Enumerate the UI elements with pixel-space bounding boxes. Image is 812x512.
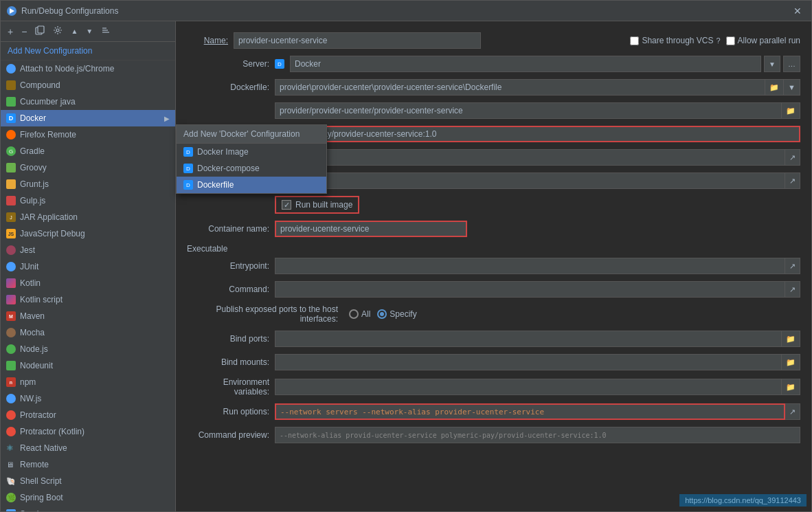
bind-mounts-browse-btn[interactable]: 📁 <box>782 354 800 370</box>
dockerfile-input[interactable] <box>275 79 765 96</box>
allow-parallel-checkbox[interactable] <box>726 36 735 45</box>
sidebar-item-nodejs[interactable]: Node.js <box>1 341 175 357</box>
sidebar-item-jar[interactable]: J JAR Application <box>1 209 175 225</box>
env-vars-browse-btn[interactable]: 📁 <box>782 379 800 395</box>
sidebar-item-shell-script[interactable]: 🐚 Shell Script <box>1 473 175 489</box>
sidebar-item-protractor[interactable]: Protractor <box>1 407 175 423</box>
entrypoint-input[interactable] <box>275 258 785 274</box>
mocha-label: Mocha <box>20 328 170 337</box>
firefox-icon <box>6 130 16 140</box>
sidebar-item-junit[interactable]: JUnit <box>1 258 175 275</box>
build-options-expand-btn[interactable]: ↗ <box>785 172 800 189</box>
sidebar-item-gulpjs[interactable]: Gulp.js <box>1 192 175 209</box>
env-vars-input[interactable] <box>275 379 782 395</box>
dockerfile-input-wrapper: 📁 ▼ <box>275 79 800 96</box>
sidebar-item-maven[interactable]: M Maven <box>1 308 175 324</box>
sidebar-item-react-native[interactable]: ⚛ React Native <box>1 440 175 456</box>
server-dropdown-btn[interactable]: ▼ <box>764 56 780 72</box>
sidebar-item-nwjs[interactable]: NW.js <box>1 390 175 407</box>
junit-icon <box>6 262 16 271</box>
sidebar-item-cucumber[interactable]: Cucumber java <box>1 93 175 110</box>
build-args-expand-btn[interactable]: ↗ <box>785 149 800 166</box>
command-input[interactable] <box>275 281 785 298</box>
name-row: Name: Share through VCS ? Allow parallel… <box>187 32 800 49</box>
docker-image-label: Docker Image <box>197 147 249 157</box>
close-button[interactable]: ✕ <box>789 4 806 18</box>
sidebar-item-firefox[interactable]: Firefox Remote <box>1 126 175 143</box>
build-options-input[interactable] <box>275 172 785 189</box>
docker-icon: D <box>6 113 16 123</box>
sidebar-item-mocha[interactable]: Mocha <box>1 324 175 341</box>
dropdown-item-dockerfile[interactable]: D Dockerfile <box>177 177 326 193</box>
share-vcs-help-icon[interactable]: ? <box>716 36 720 45</box>
image-tag-input[interactable] <box>275 126 800 142</box>
dockerfile-expand-btn[interactable]: ▼ <box>784 79 800 96</box>
sidebar-item-jsdebug[interactable]: JS JavaScript Debug <box>1 225 175 242</box>
up-btn[interactable]: ▲ <box>68 26 80 36</box>
run-built-image-checkbox[interactable]: ✓ <box>282 200 291 210</box>
bind-ports-input-wrapper: 📁 <box>275 331 800 347</box>
sidebar-item-protractor-kotlin[interactable]: Protractor (Kotlin) <box>1 423 175 440</box>
radio-specify-item[interactable]: Specify <box>377 309 416 319</box>
server-settings-btn[interactable]: … <box>783 56 800 72</box>
context-folder-input[interactable] <box>275 102 782 119</box>
sidebar-item-nodeunit[interactable]: Nodeunit <box>1 357 175 374</box>
sidebar-item-groovy[interactable]: Groovy <box>1 159 175 176</box>
name-label[interactable]: Name: <box>187 36 228 45</box>
sort-btn[interactable] <box>98 24 113 38</box>
sidebar-item-attach-node[interactable]: Attach to Node.js/Chrome <box>1 60 175 77</box>
context-folder-browse-btn[interactable]: 📁 <box>782 102 800 119</box>
sidebar-item-spring-boot[interactable]: 🌿 Spring Boot <box>1 489 175 506</box>
compound-label: Compound <box>20 80 170 90</box>
build-args-input[interactable] <box>275 149 785 166</box>
radio-all-item[interactable]: All <box>349 309 370 319</box>
csdn-link[interactable]: https://blog.csdn.net/qq_39112443 <box>679 494 807 507</box>
cucumber-icon <box>6 97 16 107</box>
run-options-input[interactable] <box>275 403 785 420</box>
run-built-image-checkbox-container: ✓ Run built image <box>275 196 359 214</box>
sidebar-item-spyjs[interactable]: Spy-js <box>1 506 175 511</box>
build-options-input-wrapper: ↗ <box>275 172 800 189</box>
attach-node-icon <box>6 64 16 74</box>
sidebar-item-compound[interactable]: Compound <box>1 77 175 93</box>
share-vcs-checkbox-row[interactable]: Share through VCS ? <box>630 36 720 45</box>
sidebar-item-kotlin-script[interactable]: Kotlin script <box>1 291 175 308</box>
container-name-input[interactable] <box>275 221 467 237</box>
docker-label: Docker <box>20 113 160 123</box>
bind-ports-browse-btn[interactable]: 📁 <box>782 331 800 347</box>
dropdown-item-docker-image[interactable]: D Docker Image <box>177 144 326 160</box>
copy-config-btn[interactable] <box>32 24 47 38</box>
settings-btn[interactable] <box>50 24 65 38</box>
allow-parallel-label: Allow parallel run <box>738 36 800 45</box>
container-name-label: Container name: <box>187 224 269 234</box>
bind-mounts-row: Bind mounts: 📁 <box>187 354 800 370</box>
dropdown-item-docker-compose[interactable]: D Docker-compose <box>177 160 326 177</box>
sidebar-item-npm[interactable]: n npm <box>1 374 175 390</box>
command-expand-btn[interactable]: ↗ <box>785 281 800 298</box>
sidebar-item-remote[interactable]: 🖥 Remote <box>1 456 175 473</box>
sidebar-item-kotlin[interactable]: Kotlin <box>1 275 175 291</box>
bind-ports-input[interactable] <box>275 331 782 347</box>
add-config-btn[interactable]: + <box>5 25 16 38</box>
add-new-config-label[interactable]: Add New Configuration <box>1 42 175 60</box>
allow-parallel-checkbox-row[interactable]: Allow parallel run <box>726 36 800 45</box>
share-vcs-checkbox[interactable] <box>630 36 639 45</box>
run-options-expand-btn[interactable]: ↗ <box>785 403 800 420</box>
bind-mounts-input[interactable] <box>275 354 782 370</box>
content-area: + − ▲ ▼ <box>1 21 811 511</box>
jsdebug-icon: JS <box>6 229 16 238</box>
name-input[interactable] <box>234 32 481 49</box>
remove-config-btn[interactable]: − <box>19 25 30 38</box>
run-built-image-label: Run built image <box>295 200 352 210</box>
sidebar-item-jest[interactable]: Jest <box>1 242 175 258</box>
down-btn[interactable]: ▼ <box>83 26 95 36</box>
dockerfile-browse-btn[interactable]: 📁 <box>765 79 784 96</box>
sidebar-toolbar: + − ▲ ▼ <box>1 21 175 42</box>
entrypoint-expand-btn[interactable]: ↗ <box>785 258 800 274</box>
sidebar-item-docker[interactable]: D Docker ▶ <box>1 110 175 126</box>
share-vcs-label: Share through VCS <box>642 36 713 45</box>
sidebar-item-gruntjs[interactable]: Grunt.js <box>1 176 175 192</box>
gruntjs-icon <box>6 179 16 189</box>
server-select[interactable]: Docker <box>290 56 761 72</box>
sidebar-item-gradle[interactable]: G Gradle <box>1 143 175 159</box>
